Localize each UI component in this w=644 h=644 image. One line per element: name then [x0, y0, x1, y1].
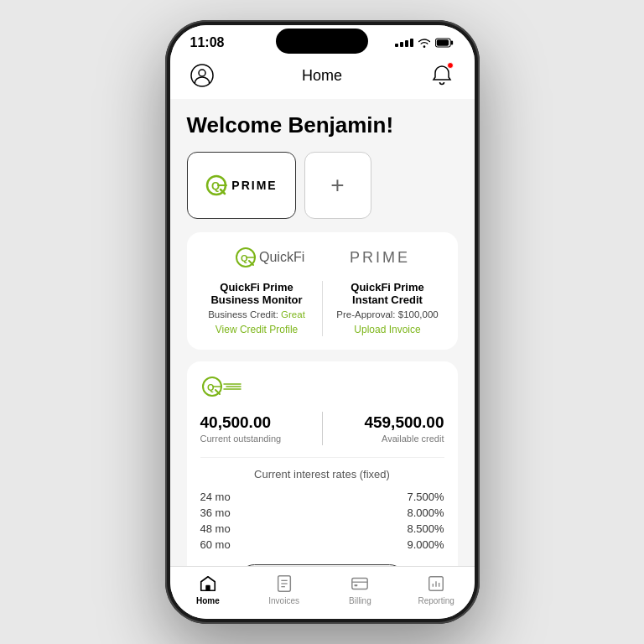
quickfi-prime-section: Q QuickFi PRIME QuickFi PrimeBusiness Mo…	[187, 232, 458, 350]
nav-item-invoices[interactable]: Invoices	[246, 574, 322, 605]
prime-card-logo: Q PRIME	[205, 174, 277, 197]
credit-section: Q 40,500.00 Current ou	[187, 361, 458, 566]
phone-inner: 11:08	[170, 25, 475, 619]
view-credit-profile-link[interactable]: View Credit Profile	[216, 324, 298, 335]
business-monitor-col: QuickFi PrimeBusiness Monitor Business C…	[200, 281, 314, 336]
outstanding-label: Current outstanding	[200, 434, 312, 444]
signal-dots	[395, 39, 413, 47]
available-label: Available credit	[333, 434, 444, 444]
bottom-nav: Home Invoices	[170, 566, 475, 619]
svg-text:Q: Q	[207, 382, 215, 392]
preapproval-label: Pre-Approval: $100,000	[331, 309, 444, 319]
quickfi-icon-row: Q	[200, 375, 444, 402]
business-credit-label: Business Credit: Great	[200, 309, 314, 319]
quickfi-credit-icon: Q	[200, 375, 242, 398]
rate-term-24: 24 mo	[200, 491, 231, 503]
rates-list: 24 mo 7.500% 36 mo 8.000% 48 mo 8.500%	[200, 489, 444, 553]
instant-credit-col: QuickFi PrimeInstant Credit Pre-Approval…	[331, 281, 444, 336]
wifi-icon	[418, 38, 431, 48]
quickfi-features: QuickFi PrimeBusiness Monitor Business C…	[200, 281, 444, 336]
rate-value-60: 9.000%	[407, 538, 444, 551]
status-icons	[395, 38, 454, 48]
rate-term-36: 36 mo	[200, 506, 231, 519]
prime-account-card[interactable]: Q PRIME	[187, 152, 296, 219]
quickfi-prime-header: Q QuickFi PRIME	[200, 246, 444, 269]
business-credit-value: Great	[281, 309, 305, 319]
profile-button[interactable]	[187, 60, 217, 91]
rate-row-24: 24 mo 7.500%	[200, 489, 444, 505]
svg-point-4	[199, 70, 205, 76]
nav-label-home: Home	[196, 596, 220, 605]
rate-value-36: 8.000%	[407, 506, 444, 519]
svg-text:QuickFi: QuickFi	[259, 250, 304, 264]
outstanding-col: 40,500.00 Current outstanding	[200, 413, 312, 444]
quickfi-q-icon: Q	[205, 174, 228, 197]
svg-rect-1	[437, 39, 449, 46]
billing-icon	[350, 574, 370, 594]
account-cards-row: Q PRIME +	[187, 152, 458, 219]
prime-label: PRIME	[231, 179, 277, 192]
rate-term-48: 48 mo	[200, 522, 231, 535]
invoices-icon	[274, 574, 294, 594]
nav-title: Home	[302, 67, 342, 85]
nav-label-billing: Billing	[349, 596, 371, 605]
rate-row-36: 36 mo 8.000%	[200, 505, 444, 521]
svg-rect-2	[451, 40, 454, 44]
instant-credit-title: QuickFi PrimeInstant Credit	[331, 281, 444, 306]
credit-amounts: 40,500.00 Current outstanding 459,500.00…	[200, 412, 444, 445]
battery-icon	[435, 38, 454, 48]
available-amount: 459,500.00	[333, 413, 444, 432]
nav-item-home[interactable]: Home	[170, 574, 247, 605]
rate-term-60: 60 mo	[200, 538, 231, 551]
rates-title: Current interest rates (fixed)	[200, 468, 444, 480]
nav-item-reporting[interactable]: Reporting	[398, 574, 475, 605]
business-monitor-title: QuickFi PrimeBusiness Monitor	[200, 281, 314, 306]
quickfi-prime-logo: Q QuickFi	[234, 246, 343, 269]
add-account-button[interactable]: +	[304, 152, 371, 219]
prime-brand-label: PRIME	[350, 249, 410, 267]
svg-text:Q: Q	[241, 253, 248, 263]
time-display: 11:08	[190, 35, 225, 50]
top-nav: Home	[170, 54, 475, 99]
amounts-divider	[322, 412, 323, 445]
nav-item-billing[interactable]: Billing	[322, 574, 398, 605]
rate-row-48: 48 mo 8.500%	[200, 521, 444, 537]
notification-button[interactable]	[427, 60, 457, 91]
svg-rect-26	[352, 579, 367, 589]
svg-rect-21	[205, 585, 210, 590]
add-icon: +	[330, 172, 344, 199]
dynamic-island	[276, 29, 368, 54]
rate-value-48: 8.500%	[407, 522, 444, 535]
main-content: Welcome Benjamin! Q PRIME	[170, 99, 475, 566]
home-icon	[198, 574, 218, 594]
available-col: 459,500.00 Available credit	[333, 413, 444, 444]
phone-frame: 11:08	[165, 20, 480, 624]
rate-row-60: 60 mo 9.000%	[200, 537, 444, 553]
welcome-heading: Welcome Benjamin!	[187, 112, 458, 138]
features-divider	[322, 281, 323, 336]
rates-section: Current interest rates (fixed) 24 mo 7.5…	[200, 457, 444, 553]
reporting-icon	[426, 574, 446, 594]
nav-label-reporting: Reporting	[418, 596, 454, 605]
upload-invoice-link[interactable]: Upload Invoice	[354, 324, 420, 335]
svg-rect-28	[355, 584, 358, 586]
preapproval-value: $100,000	[398, 309, 439, 319]
outstanding-amount: 40,500.00	[200, 413, 312, 432]
nav-label-invoices: Invoices	[268, 596, 299, 605]
person-icon	[190, 64, 214, 87]
rate-value-24: 7.500%	[407, 491, 444, 503]
